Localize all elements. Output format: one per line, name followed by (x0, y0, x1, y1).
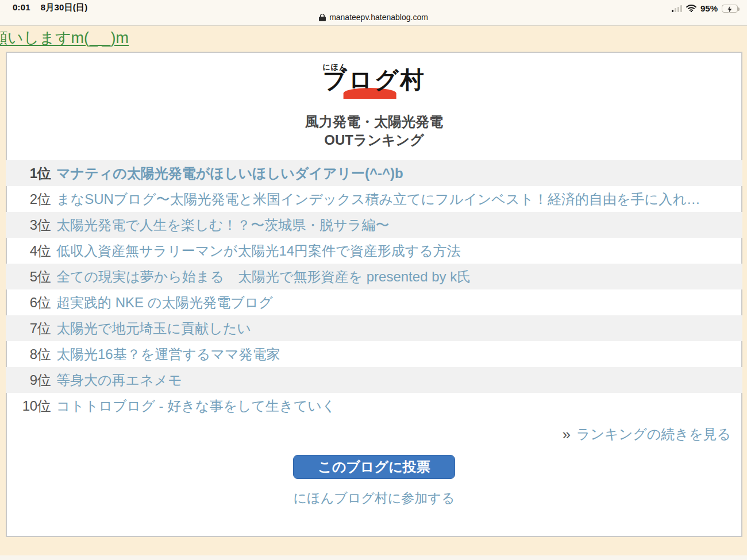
blog-link[interactable]: マナティの太陽光発電がほしいほしいダイアリー(^-^)b (56, 164, 742, 183)
blog-link[interactable]: 太陽光で地元埼玉に貢献したい (56, 319, 742, 338)
ranking-row-9: 9位 等身大の再エネメモ (6, 367, 742, 393)
rank-label: 10位 (6, 397, 51, 415)
ranking-row-1: 1位 マナティの太陽光発電がほしいほしいダイアリー(^-^)b (6, 160, 742, 186)
battery-percent-label: 95% (700, 3, 718, 13)
bottom-strip (0, 555, 747, 560)
wifi-icon (686, 5, 696, 12)
ranking-row-4: 4位 低収入資産無サラリーマンが太陽光14円案件で資産形成する方法 (6, 238, 742, 264)
blogmura-logo-inner: にほん ブログ村 (319, 64, 429, 96)
blogmura-logo[interactable]: にほん ブログ村 (7, 64, 741, 105)
rank-label: 3位 (6, 216, 51, 234)
blog-link[interactable]: まなSUNブログ〜太陽光発電と米国インデックス積み立てにフルインベスト！経済的自… (56, 190, 742, 208)
rank-label: 1位 (6, 164, 51, 183)
rank-label: 6位 (6, 293, 51, 312)
cellular-signal-icon (672, 5, 682, 12)
rank-label: 9位 (6, 371, 51, 389)
double-chevron-icon: » (562, 426, 570, 443)
rank-label: 8位 (6, 345, 51, 364)
blog-link[interactable]: 等身大の再エネメモ (56, 371, 742, 389)
blog-link[interactable]: コトトロブログ - 好きな事をして生きていく (56, 397, 742, 415)
battery-charging-icon (722, 5, 738, 13)
ranking-row-8: 8位 太陽光16基？を運営するママ発電家 (6, 341, 742, 367)
rank-label: 5位 (6, 268, 51, 286)
ranking-more-link[interactable]: ランキングの続きを見る (576, 425, 731, 443)
status-time: 0:01 (13, 2, 30, 12)
widget-title-category: 風力発電・太陽光発電 (7, 113, 741, 131)
ranking-row-3: 3位 太陽光発電で人生を楽しむ！？〜茨城県・脱サラ編〜 (6, 212, 742, 238)
address-bar[interactable]: manateepv.hatenablog.com (0, 13, 747, 22)
lock-icon (319, 13, 326, 21)
ranking-row-10: 10位 コトトロブログ - 好きな事をして生きていく (6, 393, 742, 419)
ranking-row-5: 5位 全ての現実は夢から始まる 太陽光で無形資産を presented by k… (6, 264, 742, 289)
browser-chrome: 0:018月30日(日) manateepv.hatenablog.com 95… (0, 0, 747, 26)
status-time-date: 0:018月30日(日) (13, 2, 87, 13)
rank-label: 4位 (6, 242, 51, 260)
top-green-link[interactable]: 願いしますm(_ _)m (0, 28, 129, 48)
address-bar-domain: manateepv.hatenablog.com (329, 13, 428, 22)
ranking-row-2: 2位 まなSUNブログ〜太陽光発電と米国インデックス積み立てにフルインベスト！経… (6, 186, 742, 212)
ranking-list: 1位 マナティの太陽光発電がほしいほしいダイアリー(^-^)b 2位 まなSUN… (6, 160, 742, 419)
blogmura-ranking-widget: にほん ブログ村 風力発電・太陽光発電 OUTランキング 1位 マナティの太陽光… (6, 52, 742, 537)
blog-link[interactable]: 全ての現実は夢から始まる 太陽光で無形資産を presented by k氏 (56, 268, 742, 286)
blog-link[interactable]: 太陽光発電で人生を楽しむ！？〜茨城県・脱サラ編〜 (56, 216, 742, 234)
blog-link[interactable]: 太陽光16基？を運営するママ発電家 (56, 345, 742, 364)
ranking-more-line: » ランキングの続きを見る (562, 425, 731, 443)
blog-link[interactable]: 超実践的 NKE の太陽光発電ブログ (56, 293, 742, 312)
page-top-strip: 願いしますm(_ _)m (0, 26, 747, 52)
widget-title-ranking-type: OUTランキング (7, 131, 741, 149)
logo-small-text: にほん (323, 62, 348, 72)
vote-button[interactable]: このブログに投票 (293, 455, 455, 479)
blog-link[interactable]: 低収入資産無サラリーマンが太陽光14円案件で資産形成する方法 (56, 242, 742, 260)
join-blogmura-link[interactable]: にほんブログ村に参加する (7, 489, 741, 507)
rank-label: 7位 (6, 319, 51, 338)
ranking-row-6: 6位 超実践的 NKE の太陽光発電ブログ (6, 289, 742, 315)
ranking-row-7: 7位 太陽光で地元埼玉に貢献したい (6, 315, 742, 341)
rank-label: 2位 (6, 190, 51, 208)
status-date: 8月30日(日) (41, 2, 88, 12)
status-icons: 95% (672, 3, 738, 13)
